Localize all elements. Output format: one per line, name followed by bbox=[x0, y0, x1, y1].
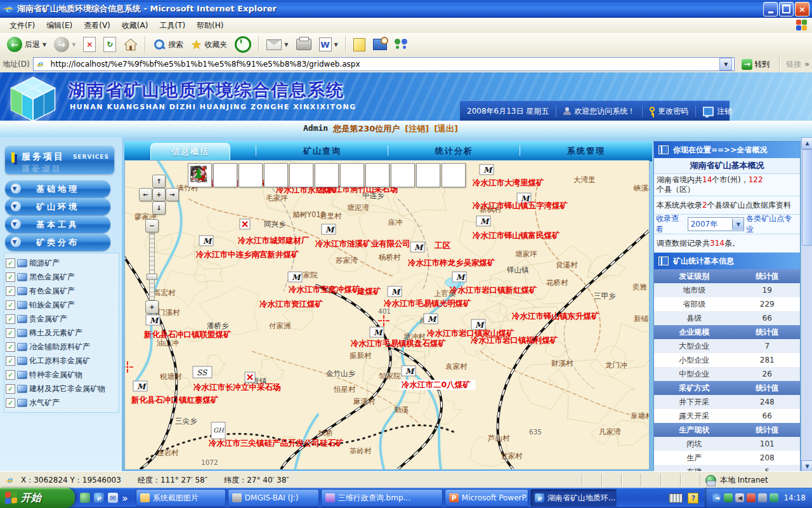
mine-label[interactable]: 冷水江市岩口镇福利煤矿 bbox=[471, 335, 558, 345]
mine-label[interactable]: 冷水江市宝窝冲煤矿 bbox=[289, 284, 360, 294]
change-password-link[interactable]: 更改密码 bbox=[643, 105, 696, 117]
mine-label[interactable]: 新化县石冲口镇红寨煤矿 bbox=[131, 395, 219, 404]
forward-button[interactable]: →▼ bbox=[51, 36, 79, 53]
tray-volume-icon[interactable]: ◀ bbox=[735, 493, 744, 502]
tray-hide-icon[interactable]: ◄ bbox=[712, 493, 721, 502]
mine-label[interactable]: 冷水江市铎山镇东升煤矿 bbox=[512, 311, 599, 321]
tab-系统管理[interactable]: 系统管理 bbox=[520, 141, 652, 160]
maximize-button[interactable] bbox=[779, 2, 794, 17]
mine-marker-M[interactable]: M bbox=[402, 366, 416, 376]
mine-label[interactable]: 冷水江市毛易镇棋盘石煤矿 bbox=[351, 338, 447, 348]
mine-marker-M[interactable]: M bbox=[199, 236, 213, 246]
mine-marker-M[interactable]: M bbox=[370, 327, 384, 337]
mine-label[interactable]: 冷水江市大湾里煤矿 bbox=[473, 178, 544, 187]
mine-marker-M[interactable]: M bbox=[146, 315, 160, 325]
pan-right-button[interactable]: → bbox=[166, 188, 179, 201]
map-tool-select-s[interactable]: S bbox=[289, 163, 313, 187]
layer-item[interactable]: ✓黑色金属矿产 bbox=[6, 270, 117, 284]
quicklaunch-more-chevron[interactable]: » bbox=[122, 492, 128, 504]
zoom-out-slider-button[interactable]: − bbox=[145, 219, 159, 232]
home-button[interactable] bbox=[121, 37, 141, 52]
mine-label[interactable]: 冷水江市铎山镇富民煤矿 bbox=[473, 231, 560, 240]
go-button[interactable]: → 转到 bbox=[738, 58, 773, 70]
taskbar-task[interactable]: e湖南省矿山地质环... bbox=[530, 489, 617, 507]
stop-button[interactable]: × bbox=[80, 36, 99, 53]
search-button[interactable]: 搜索 bbox=[150, 37, 187, 52]
taskbar-task[interactable]: PMicrosoft PowerP... bbox=[445, 489, 528, 507]
links-chevron-icon[interactable]: » bbox=[804, 60, 809, 69]
menu-item[interactable]: 编辑(E) bbox=[41, 18, 78, 33]
mine-label[interactable]: 冷水江市资江煤矿 bbox=[259, 299, 324, 309]
layer-item[interactable]: ✓水气矿产 bbox=[6, 396, 117, 410]
year-select[interactable]: 2007年▼ bbox=[688, 217, 745, 231]
history-button[interactable] bbox=[232, 35, 254, 54]
sidebar-nav-基础地理[interactable]: ▼基础地理 bbox=[5, 180, 110, 197]
zoom-in-slider-button[interactable]: + bbox=[145, 300, 159, 314]
mine-marker-M[interactable]: M bbox=[424, 314, 438, 324]
print-button[interactable] bbox=[293, 37, 315, 51]
taskbar-task[interactable]: DMGIS-BAI (J:) bbox=[228, 489, 319, 507]
mine-marker-M[interactable]: M bbox=[476, 216, 490, 226]
map-tool-select-polygon[interactable] bbox=[340, 163, 364, 187]
layer-checkbox[interactable]: ✓ bbox=[6, 356, 15, 366]
mine-label[interactable]: 冷水江市铎山镇五字湾煤矿 bbox=[473, 201, 568, 210]
map-tool-select-circle[interactable] bbox=[365, 163, 390, 187]
layer-checkbox[interactable]: ✓ bbox=[6, 384, 15, 394]
mine-label[interactable]: 工区 bbox=[434, 241, 451, 250]
map-tool-pan[interactable] bbox=[239, 163, 263, 187]
logout-bracket-link[interactable]: [注销] bbox=[405, 123, 429, 135]
mine-marker-M[interactable]: M bbox=[388, 286, 402, 297]
query-suffix-link[interactable]: 各类矿山点专业 bbox=[746, 213, 798, 235]
layer-checkbox[interactable]: ✓ bbox=[6, 272, 15, 282]
exit-bracket-link[interactable]: [退出] bbox=[434, 123, 458, 135]
sidebar-nav-基本工具[interactable]: ▼基本工具 bbox=[5, 216, 110, 233]
zoom-handle[interactable] bbox=[147, 274, 157, 280]
mine-label[interactable]: 新化县石冲口镇联盟煤矿 bbox=[143, 330, 232, 339]
layer-checkbox[interactable]: ✓ bbox=[6, 258, 15, 268]
menu-item[interactable]: 查看(V) bbox=[78, 18, 116, 33]
taskbar-task[interactable]: 系统截图图片 bbox=[136, 489, 226, 507]
mine-marker-x[interactable] bbox=[245, 372, 255, 382]
quicklaunch-ie-icon[interactable]: e bbox=[94, 493, 104, 503]
map-canvas[interactable]: 满竹村毛家坪中连乡塘泥湾腊树Y018廖家冲岩里村同兴乡庙冲新枫村大湾里峡溪村苏家… bbox=[124, 160, 650, 470]
map-tool-full-extent[interactable] bbox=[442, 163, 466, 187]
pan-up-button[interactable]: ↑ bbox=[152, 175, 166, 188]
minimize-button[interactable] bbox=[763, 2, 778, 17]
zoom-track[interactable] bbox=[149, 233, 155, 300]
layer-item[interactable]: ✓冶金辅助原料矿产 bbox=[6, 340, 117, 354]
layer-item[interactable]: ✓能源矿产 bbox=[6, 256, 117, 270]
address-dropdown[interactable]: ▼ bbox=[719, 58, 732, 70]
map-tool-eraser[interactable] bbox=[416, 163, 440, 187]
back-button[interactable]: ← 后退▼ bbox=[4, 36, 49, 53]
mine-label[interactable]: 冷水江市毛易镇光明煤矿 bbox=[384, 298, 471, 308]
taskbar-task[interactable]: 三维行政查询.bmp... bbox=[321, 489, 443, 507]
menu-item[interactable]: 工具(T) bbox=[154, 18, 191, 33]
links-label[interactable]: 链接 bbox=[786, 59, 801, 70]
mine-label[interactable]: 冷水江市梓龙乡吴家煤矿 bbox=[408, 258, 495, 267]
tray-display-icon[interactable] bbox=[758, 493, 767, 502]
mine-marker-M[interactable]: M bbox=[410, 242, 424, 252]
pan-center-button[interactable]: + bbox=[152, 188, 166, 201]
quicklaunch-outlook-icon[interactable]: ✉ bbox=[108, 493, 118, 503]
mine-label[interactable]: 冷水江市二0八煤矿 bbox=[402, 380, 471, 389]
tray-network-icon[interactable] bbox=[769, 493, 778, 502]
layer-item[interactable]: ✓有色金属矿产 bbox=[6, 284, 117, 298]
select-arrow-icon[interactable]: ▼ bbox=[732, 218, 743, 230]
sidebar-nav-矿山环境[interactable]: ▼矿山环境 bbox=[5, 198, 110, 215]
mine-marker-M[interactable]: M bbox=[133, 381, 147, 391]
vertical-scrollbar[interactable]: ▲ ▼ bbox=[801, 137, 812, 471]
layer-checkbox[interactable]: ✓ bbox=[6, 370, 15, 380]
ime-help-icon[interactable]: ? bbox=[688, 493, 698, 504]
layer-item[interactable]: ✓稀土及元素矿产 bbox=[6, 326, 117, 340]
notes-button[interactable] bbox=[350, 37, 369, 53]
scroll-thumb[interactable] bbox=[802, 149, 812, 246]
menu-item[interactable]: 文件(F) bbox=[4, 18, 41, 33]
layer-item[interactable]: ✓铂族金属矿产 bbox=[6, 298, 117, 312]
mine-marker-GH[interactable]: GH bbox=[211, 422, 225, 439]
mine-marker-M[interactable]: M bbox=[322, 224, 336, 234]
tab-统计分析[interactable]: 统计分析 bbox=[388, 141, 520, 160]
mine-marker-M[interactable]: M bbox=[452, 272, 466, 282]
messenger-button[interactable] bbox=[391, 37, 410, 51]
layer-item[interactable]: ✓贵金属矿产 bbox=[6, 312, 117, 326]
tray-agent-icon[interactable] bbox=[724, 493, 733, 502]
